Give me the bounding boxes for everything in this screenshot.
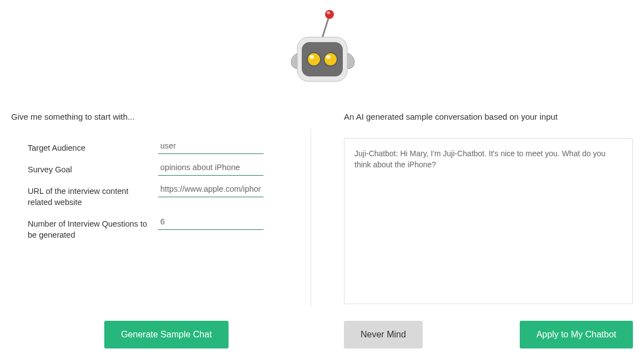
num-questions-label: Number of Interview Questions to be gene… <box>28 214 158 241</box>
svg-point-2 <box>327 12 330 14</box>
input-panel-title: Give me something to start with... <box>11 112 311 121</box>
conversation-text: Juji-Chatbot: Hi Mary, I'm Juji-Chatbot.… <box>354 148 622 170</box>
svg-point-7 <box>310 55 314 59</box>
svg-point-10 <box>326 55 331 59</box>
robot-icon <box>283 7 361 95</box>
robot-logo-container <box>0 0 644 112</box>
url-input[interactable] <box>158 181 263 197</box>
never-mind-button[interactable]: Never Mind <box>344 321 423 348</box>
target-audience-label: Target Audience <box>28 138 158 153</box>
field-num-questions: Number of Interview Questions to be gene… <box>11 214 311 241</box>
survey-goal-input[interactable] <box>158 160 263 176</box>
url-label: URL of the interview content related web… <box>28 181 158 208</box>
conversation-box: Juji-Chatbot: Hi Mary, I'm Juji-Chatbot.… <box>344 138 633 304</box>
num-questions-input[interactable] <box>158 214 263 230</box>
survey-goal-label: Survey Goal <box>28 160 158 175</box>
svg-line-0 <box>322 17 329 38</box>
target-audience-input[interactable] <box>158 138 263 154</box>
input-panel: Give me something to start with... Targe… <box>11 112 322 304</box>
output-panel: An AI generated sample conversation base… <box>322 112 633 304</box>
generate-sample-chat-button[interactable]: Generate Sample Chat <box>104 321 229 348</box>
output-panel-title: An AI generated sample conversation base… <box>344 112 633 121</box>
button-row: Generate Sample Chat Never Mind Apply to… <box>0 321 644 348</box>
svg-point-1 <box>325 10 334 19</box>
panel-divider <box>311 129 311 306</box>
field-url: URL of the interview content related web… <box>11 181 311 208</box>
field-survey-goal: Survey Goal <box>11 160 311 176</box>
field-target-audience: Target Audience <box>11 138 311 154</box>
apply-to-my-chatbot-button[interactable]: Apply to My Chatbot <box>520 321 633 348</box>
